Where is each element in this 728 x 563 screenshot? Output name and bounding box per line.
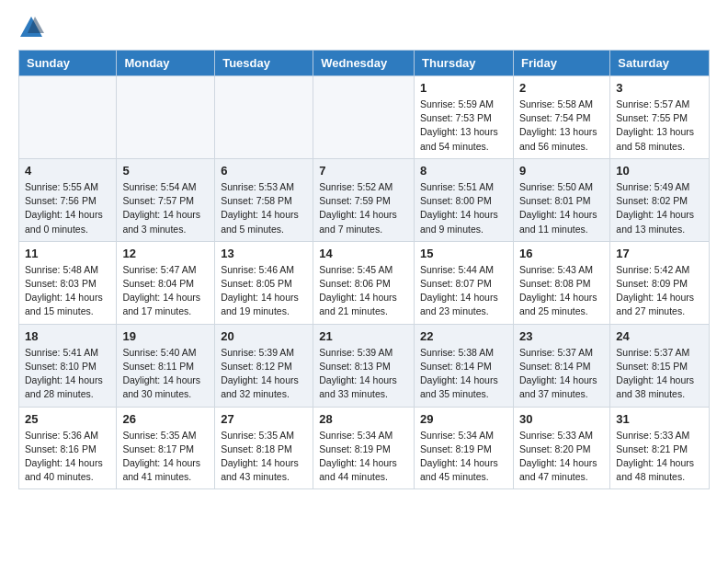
day-info: Sunrise: 5:33 AM Sunset: 8:21 PM Dayligh… xyxy=(616,429,703,485)
header-cell-friday: Friday xyxy=(513,51,609,76)
day-info: Sunrise: 5:34 AM Sunset: 8:19 PM Dayligh… xyxy=(420,429,507,485)
calendar-cell: 19Sunrise: 5:40 AM Sunset: 8:11 PM Dayli… xyxy=(117,324,215,407)
calendar-week-3: 18Sunrise: 5:41 AM Sunset: 8:10 PM Dayli… xyxy=(19,324,710,407)
calendar-cell: 12Sunrise: 5:47 AM Sunset: 8:04 PM Dayli… xyxy=(117,241,215,324)
header-row: SundayMondayTuesdayWednesdayThursdayFrid… xyxy=(19,51,710,76)
calendar-cell: 21Sunrise: 5:39 AM Sunset: 8:13 PM Dayli… xyxy=(313,324,415,407)
day-info: Sunrise: 5:39 AM Sunset: 8:12 PM Dayligh… xyxy=(221,346,307,402)
calendar-week-0: 1Sunrise: 5:59 AM Sunset: 7:53 PM Daylig… xyxy=(19,76,710,159)
day-number: 19 xyxy=(122,329,209,343)
page: SundayMondayTuesdayWednesdayThursdayFrid… xyxy=(0,0,728,504)
calendar-cell xyxy=(117,76,215,159)
calendar-cell xyxy=(313,76,415,159)
calendar-cell: 17Sunrise: 5:42 AM Sunset: 8:09 PM Dayli… xyxy=(610,241,710,324)
calendar-cell xyxy=(19,76,117,159)
calendar-cell: 2Sunrise: 5:58 AM Sunset: 7:54 PM Daylig… xyxy=(513,76,609,159)
day-info: Sunrise: 5:43 AM Sunset: 8:08 PM Dayligh… xyxy=(519,263,604,319)
calendar-cell: 6Sunrise: 5:53 AM Sunset: 7:58 PM Daylig… xyxy=(215,158,313,241)
logo xyxy=(18,15,48,40)
day-number: 7 xyxy=(319,164,408,178)
calendar-cell: 23Sunrise: 5:37 AM Sunset: 8:14 PM Dayli… xyxy=(513,324,609,407)
calendar-cell: 15Sunrise: 5:44 AM Sunset: 8:07 PM Dayli… xyxy=(415,241,514,324)
calendar-cell: 30Sunrise: 5:33 AM Sunset: 8:20 PM Dayli… xyxy=(513,407,609,489)
day-info: Sunrise: 5:55 AM Sunset: 7:56 PM Dayligh… xyxy=(25,180,110,236)
calendar-cell: 4Sunrise: 5:55 AM Sunset: 7:56 PM Daylig… xyxy=(19,158,117,241)
day-number: 4 xyxy=(25,164,110,178)
calendar-cell: 1Sunrise: 5:59 AM Sunset: 7:53 PM Daylig… xyxy=(415,76,514,159)
day-info: Sunrise: 5:49 AM Sunset: 8:02 PM Dayligh… xyxy=(616,180,703,236)
day-number: 21 xyxy=(319,329,408,343)
calendar-cell: 27Sunrise: 5:35 AM Sunset: 8:18 PM Dayli… xyxy=(215,407,313,489)
day-number: 27 xyxy=(221,412,307,426)
day-info: Sunrise: 5:42 AM Sunset: 8:09 PM Dayligh… xyxy=(616,263,703,319)
calendar-cell: 22Sunrise: 5:38 AM Sunset: 8:14 PM Dayli… xyxy=(415,324,514,407)
day-info: Sunrise: 5:50 AM Sunset: 8:01 PM Dayligh… xyxy=(519,180,604,236)
day-number: 15 xyxy=(420,247,507,260)
day-number: 1 xyxy=(420,81,507,95)
day-info: Sunrise: 5:47 AM Sunset: 8:04 PM Dayligh… xyxy=(122,263,209,319)
day-info: Sunrise: 5:36 AM Sunset: 8:16 PM Dayligh… xyxy=(25,429,110,485)
day-info: Sunrise: 5:48 AM Sunset: 8:03 PM Dayligh… xyxy=(25,263,110,319)
day-info: Sunrise: 5:33 AM Sunset: 8:20 PM Dayligh… xyxy=(519,429,604,485)
calendar-cell: 16Sunrise: 5:43 AM Sunset: 8:08 PM Dayli… xyxy=(513,241,609,324)
calendar-cell: 28Sunrise: 5:34 AM Sunset: 8:19 PM Dayli… xyxy=(313,407,415,489)
day-number: 17 xyxy=(616,247,703,260)
calendar-cell xyxy=(215,76,313,159)
header-cell-monday: Monday xyxy=(117,51,215,76)
day-number: 18 xyxy=(25,329,110,343)
calendar-body: 1Sunrise: 5:59 AM Sunset: 7:53 PM Daylig… xyxy=(19,76,710,489)
calendar-cell: 26Sunrise: 5:35 AM Sunset: 8:17 PM Dayli… xyxy=(117,407,215,489)
header-cell-saturday: Saturday xyxy=(610,51,710,76)
day-number: 31 xyxy=(616,412,703,426)
day-number: 23 xyxy=(519,329,604,343)
calendar-table: SundayMondayTuesdayWednesdayThursdayFrid… xyxy=(18,50,710,489)
day-info: Sunrise: 5:37 AM Sunset: 8:14 PM Dayligh… xyxy=(519,346,604,402)
day-number: 5 xyxy=(122,164,209,178)
day-number: 6 xyxy=(221,164,307,178)
day-number: 28 xyxy=(319,412,408,426)
calendar-cell: 31Sunrise: 5:33 AM Sunset: 8:21 PM Dayli… xyxy=(610,407,710,489)
day-number: 9 xyxy=(519,164,604,178)
day-info: Sunrise: 5:41 AM Sunset: 8:10 PM Dayligh… xyxy=(25,346,110,402)
day-info: Sunrise: 5:54 AM Sunset: 7:57 PM Dayligh… xyxy=(122,180,209,236)
calendar-week-4: 25Sunrise: 5:36 AM Sunset: 8:16 PM Dayli… xyxy=(19,407,710,489)
day-number: 25 xyxy=(25,412,110,426)
day-info: Sunrise: 5:37 AM Sunset: 8:15 PM Dayligh… xyxy=(616,346,703,402)
calendar-cell: 10Sunrise: 5:49 AM Sunset: 8:02 PM Dayli… xyxy=(610,158,710,241)
calendar-cell: 8Sunrise: 5:51 AM Sunset: 8:00 PM Daylig… xyxy=(415,158,514,241)
calendar-cell: 11Sunrise: 5:48 AM Sunset: 8:03 PM Dayli… xyxy=(19,241,117,324)
day-number: 14 xyxy=(319,247,408,260)
day-info: Sunrise: 5:44 AM Sunset: 8:07 PM Dayligh… xyxy=(420,263,507,319)
calendar-cell: 18Sunrise: 5:41 AM Sunset: 8:10 PM Dayli… xyxy=(19,324,117,407)
calendar-week-2: 11Sunrise: 5:48 AM Sunset: 8:03 PM Dayli… xyxy=(19,241,710,324)
day-number: 30 xyxy=(519,412,604,426)
day-info: Sunrise: 5:52 AM Sunset: 7:59 PM Dayligh… xyxy=(319,180,408,236)
day-info: Sunrise: 5:40 AM Sunset: 8:11 PM Dayligh… xyxy=(122,346,209,402)
day-number: 3 xyxy=(616,81,703,95)
header-cell-tuesday: Tuesday xyxy=(215,51,313,76)
day-info: Sunrise: 5:45 AM Sunset: 8:06 PM Dayligh… xyxy=(319,263,408,319)
header-cell-sunday: Sunday xyxy=(19,51,117,76)
calendar-cell: 14Sunrise: 5:45 AM Sunset: 8:06 PM Dayli… xyxy=(313,241,415,324)
logo-icon xyxy=(18,15,44,40)
header xyxy=(18,15,710,40)
calendar-cell: 29Sunrise: 5:34 AM Sunset: 8:19 PM Dayli… xyxy=(415,407,514,489)
day-number: 8 xyxy=(420,164,507,178)
calendar-cell: 5Sunrise: 5:54 AM Sunset: 7:57 PM Daylig… xyxy=(117,158,215,241)
day-info: Sunrise: 5:58 AM Sunset: 7:54 PM Dayligh… xyxy=(519,98,604,154)
day-number: 16 xyxy=(519,247,604,260)
calendar-cell: 3Sunrise: 5:57 AM Sunset: 7:55 PM Daylig… xyxy=(610,76,710,159)
calendar-week-1: 4Sunrise: 5:55 AM Sunset: 7:56 PM Daylig… xyxy=(19,158,710,241)
day-number: 22 xyxy=(420,329,507,343)
day-info: Sunrise: 5:34 AM Sunset: 8:19 PM Dayligh… xyxy=(319,429,408,485)
day-info: Sunrise: 5:53 AM Sunset: 7:58 PM Dayligh… xyxy=(221,180,307,236)
day-info: Sunrise: 5:46 AM Sunset: 8:05 PM Dayligh… xyxy=(221,263,307,319)
calendar-header: SundayMondayTuesdayWednesdayThursdayFrid… xyxy=(19,51,710,76)
day-number: 24 xyxy=(616,329,703,343)
day-number: 2 xyxy=(519,81,604,95)
calendar-cell: 13Sunrise: 5:46 AM Sunset: 8:05 PM Dayli… xyxy=(215,241,313,324)
header-cell-thursday: Thursday xyxy=(415,51,514,76)
day-number: 12 xyxy=(122,247,209,260)
day-info: Sunrise: 5:38 AM Sunset: 8:14 PM Dayligh… xyxy=(420,346,507,402)
calendar-cell: 7Sunrise: 5:52 AM Sunset: 7:59 PM Daylig… xyxy=(313,158,415,241)
